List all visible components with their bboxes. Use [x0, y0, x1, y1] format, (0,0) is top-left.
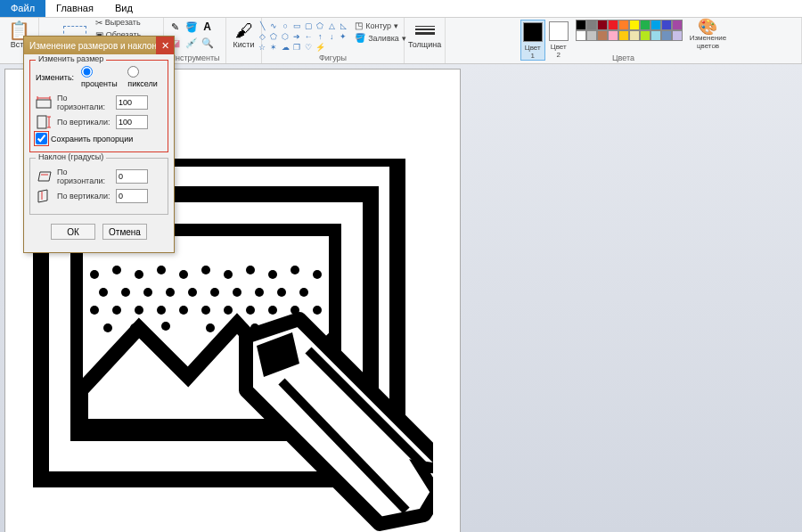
resize-by-label: Изменить: — [36, 73, 74, 82]
svg-point-23 — [299, 288, 308, 297]
color-swatch[interactable] — [640, 30, 651, 41]
resize-v-input[interactable] — [116, 115, 148, 129]
resize-h-label: По горизонтали: — [57, 94, 110, 111]
skew-v-input[interactable] — [116, 189, 148, 203]
shapes-gallery[interactable]: ╲ ∿ ○ ▭ ▢ ⬠ △ ◺ ◇ ⬠ ⬡ ➔ ← ↑ ↓ ✦ ☆ ✶ ☁ ❐ — [257, 21, 348, 53]
shape-oval-icon[interactable]: ○ — [280, 21, 291, 31]
svg-point-13 — [313, 270, 322, 279]
shape-lightning-icon[interactable]: ⚡ — [315, 43, 325, 53]
shape-callout-icon[interactable]: ☁ — [280, 43, 291, 53]
ok-button[interactable]: ОК — [51, 224, 95, 240]
svg-point-24 — [90, 306, 99, 315]
color-swatch[interactable] — [597, 20, 608, 30]
percent-radio[interactable]: проценты — [81, 66, 120, 88]
shapes-group-label: Фигуры — [319, 53, 347, 62]
colors-group-label: Цвета — [612, 53, 634, 62]
close-button[interactable]: ✕ — [156, 37, 174, 54]
ribbon-group-shapes: ╲ ∿ ○ ▭ ▢ ⬠ △ ◺ ◇ ⬠ ⬡ ➔ ← ↑ ↓ ✦ ☆ ✶ ☁ ❐ — [262, 18, 405, 63]
color-swatch[interactable] — [672, 30, 683, 41]
color-swatch[interactable] — [661, 20, 672, 30]
fill-icon[interactable]: 🪣 — [184, 20, 199, 34]
skew-h-input[interactable] — [116, 169, 148, 184]
shape-rtriangle-icon[interactable]: ◺ — [338, 21, 348, 31]
svg-point-9 — [224, 270, 233, 279]
svg-point-38 — [206, 323, 215, 332]
color2-button[interactable]: Цвет 2 — [547, 20, 570, 59]
picker-icon[interactable]: 💉 — [184, 36, 199, 50]
color1-button[interactable]: Цвет 1 — [520, 20, 545, 61]
tab-view[interactable]: Вид — [104, 0, 143, 17]
color-swatch[interactable] — [651, 30, 661, 41]
color-swatch[interactable] — [629, 20, 640, 30]
resize-h-input[interactable] — [116, 95, 148, 110]
shape-arrow-l-icon[interactable]: ← — [303, 32, 314, 42]
color-swatch[interactable] — [608, 20, 618, 30]
shape-star6-icon[interactable]: ✶ — [268, 43, 279, 53]
text-icon[interactable]: A — [200, 20, 215, 34]
svg-point-29 — [201, 306, 210, 315]
shape-arrow-r-icon[interactable]: ➔ — [291, 32, 302, 42]
tab-home[interactable]: Главная — [45, 0, 104, 17]
color-swatch[interactable] — [661, 30, 672, 41]
color-swatch[interactable] — [629, 30, 640, 41]
edit-colors-button[interactable]: 🎨 Изменение цветов — [690, 20, 727, 50]
skew-v-label: По вертикали: — [57, 192, 110, 201]
thickness-icon — [413, 20, 438, 40]
shape-pentagon-icon[interactable]: ⬠ — [268, 32, 279, 42]
shape-rect-icon[interactable]: ▭ — [291, 21, 302, 31]
color-swatch[interactable] — [597, 30, 608, 41]
thickness-button[interactable]: Толщина — [409, 20, 441, 50]
keep-aspect-checkbox[interactable] — [36, 133, 47, 144]
outline-icon: ◳ — [355, 20, 363, 30]
shape-line-icon[interactable]: ╲ — [257, 21, 267, 31]
svg-point-15 — [121, 288, 130, 297]
skew-horizontal-icon — [36, 169, 52, 184]
outline-button[interactable]: ◳Контур▾ — [352, 20, 409, 31]
shape-diamond-icon[interactable]: ◇ — [257, 32, 267, 42]
pencil-icon[interactable]: ✎ — [168, 20, 183, 34]
shape-polygon-icon[interactable]: ⬠ — [315, 21, 325, 31]
shape-hexagon-icon[interactable]: ⬡ — [280, 32, 291, 42]
resize-skew-dialog: Изменение размеров и наклона ✕ Изменить … — [23, 36, 175, 253]
svg-point-30 — [224, 306, 233, 315]
dialog-titlebar[interactable]: Изменение размеров и наклона ✕ — [24, 37, 174, 54]
resize-legend: Изменить размер — [36, 54, 106, 63]
color-swatch[interactable] — [672, 20, 683, 30]
fill-button[interactable]: 🪣Заливка▾ — [352, 32, 409, 44]
shape-callout2-icon[interactable]: ❐ — [291, 43, 302, 53]
svg-point-16 — [143, 288, 152, 297]
tools-group-label: Инструменты — [169, 53, 219, 62]
shape-roundrect-icon[interactable]: ▢ — [303, 21, 314, 31]
color-swatch[interactable] — [608, 30, 618, 41]
color-swatch[interactable] — [640, 20, 651, 30]
shape-triangle-icon[interactable]: △ — [326, 21, 337, 31]
dialog-title-text: Изменение размеров и наклона — [29, 41, 162, 51]
cut-button[interactable]: ✂Вырезать — [93, 17, 144, 29]
color-swatch[interactable] — [586, 20, 597, 30]
skew-vertical-icon — [36, 189, 52, 203]
shape-arrow-u-icon[interactable]: ↑ — [315, 32, 325, 42]
shape-star5-icon[interactable]: ☆ — [257, 43, 267, 53]
zoom-icon[interactable]: 🔍 — [200, 36, 215, 50]
svg-point-4 — [112, 266, 121, 274]
color-swatch[interactable] — [618, 20, 629, 30]
color-swatch[interactable] — [576, 20, 586, 30]
resize-v-label: По вертикали: — [57, 118, 110, 127]
shape-heart-icon[interactable]: ♡ — [303, 43, 314, 53]
brushes-button[interactable]: 🖌 Кисти — [228, 20, 260, 50]
resize-vertical-icon — [36, 115, 52, 129]
color-swatch[interactable] — [651, 20, 661, 30]
color-swatch[interactable] — [618, 30, 629, 41]
color-swatch[interactable] — [576, 30, 586, 41]
svg-point-11 — [268, 270, 277, 279]
color-swatch[interactable] — [586, 30, 597, 41]
svg-point-10 — [246, 266, 255, 274]
svg-point-35 — [103, 323, 112, 332]
cancel-button[interactable]: Отмена — [102, 224, 147, 240]
shape-curve-icon[interactable]: ∿ — [268, 21, 279, 31]
shape-arrow-d-icon[interactable]: ↓ — [326, 32, 337, 42]
shape-star4-icon[interactable]: ✦ — [338, 32, 348, 42]
svg-point-20 — [233, 288, 241, 297]
pixels-radio[interactable]: пиксели — [127, 66, 162, 88]
tab-file[interactable]: Файл — [0, 0, 45, 17]
